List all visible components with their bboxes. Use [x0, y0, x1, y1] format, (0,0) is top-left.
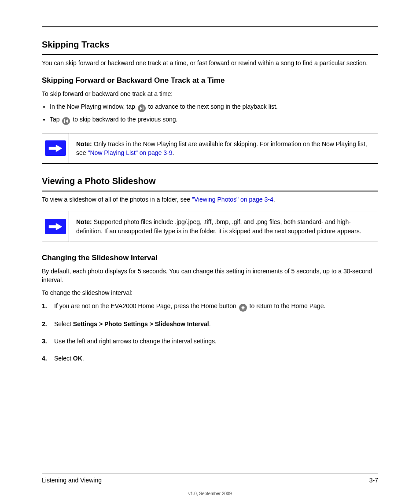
footer-left: Listening and Viewing	[42, 477, 102, 484]
document-page: Skipping Tracks You can skip forward or …	[0, 0, 420, 504]
link-now-playing[interactable]: "Now Playing List" on page 3-9	[88, 149, 172, 156]
note-text-skipping: Note: Only tracks in the Now Playing lis…	[69, 133, 378, 164]
home-icon	[239, 304, 247, 312]
header-rule	[42, 26, 378, 27]
bullet-skip-back: Tap to skip backward to the previous son…	[50, 115, 378, 125]
note-icon-cell-2	[42, 211, 69, 242]
section-rule-1	[42, 54, 378, 55]
skip-lead: To skip forward or backward one track at…	[42, 89, 378, 98]
skipping-intro: You can skip forward or backward one tra…	[42, 59, 378, 67]
skip-next-icon	[138, 104, 146, 112]
arrow-right-icon	[45, 140, 66, 156]
note-icon-cell	[42, 133, 69, 164]
skip-bullets: In the Now Playing window, tap to advanc…	[42, 102, 378, 125]
step-4: Select OK.	[42, 354, 378, 363]
arrow-right-icon	[45, 219, 66, 234]
section-title-slideshow: Viewing a Photo Slideshow	[42, 176, 378, 186]
footer-rule	[42, 474, 378, 474]
link-viewing-photos[interactable]: "Viewing Photos" on page 3-4	[192, 196, 273, 203]
interval-lead: To change the slideshow interval:	[42, 288, 378, 297]
skip-prev-icon	[62, 117, 70, 125]
note-text-slideshow: Note: Supported photo files include .jpg…	[69, 211, 378, 242]
footer-right: 3-7	[369, 477, 378, 484]
sub-title-skip-one: Skipping Forward or Backward One Track a…	[42, 76, 378, 85]
section-rule-2	[42, 191, 378, 191]
sub-title-interval: Changing the Slideshow Interval	[42, 254, 378, 262]
bullet-skip-forward: In the Now Playing window, tap to advanc…	[50, 102, 378, 112]
section-title-skipping: Skipping Tracks	[42, 40, 378, 50]
step-3: Use the left and right arrows to change …	[42, 337, 378, 346]
step-1: If you are not on the EVA2000 Home Page,…	[42, 302, 378, 312]
interval-intro: By default, each photo displays for 5 se…	[42, 267, 378, 285]
note-skipping: Note: Only tracks in the Now Playing lis…	[42, 133, 378, 164]
note-slideshow: Note: Supported photo files include .jpg…	[42, 211, 378, 242]
version-text: v1.0, September 2009	[0, 491, 420, 496]
slideshow-intro: To view a slideshow of all of the photos…	[42, 195, 378, 204]
step-2: Select Settings > Photo Settings > Slide…	[42, 320, 378, 329]
interval-steps: If you are not on the EVA2000 Home Page,…	[42, 302, 378, 363]
page-footer: Listening and Viewing 3-7	[42, 470, 378, 484]
